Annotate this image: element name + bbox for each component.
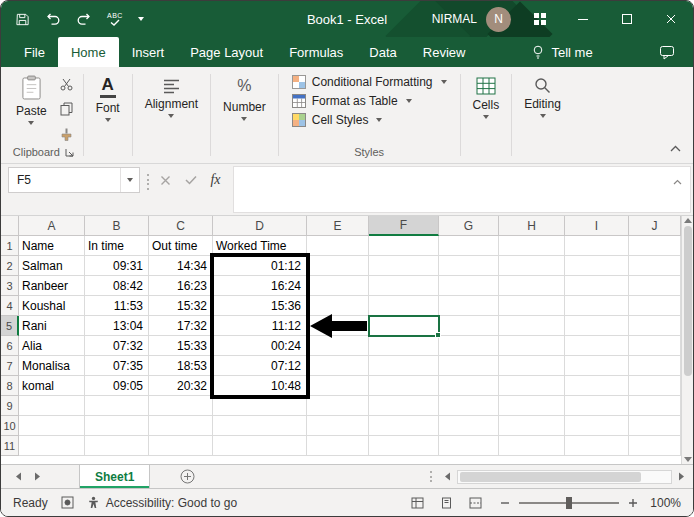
cell-I8[interactable] [565, 376, 629, 396]
cell-B5[interactable]: 13:04 [85, 316, 149, 336]
fill-handle[interactable] [435, 332, 441, 338]
enter-entry-button[interactable] [178, 168, 203, 192]
cell-J9[interactable] [629, 396, 681, 416]
cell-A7[interactable]: Monalisa [19, 356, 85, 376]
comments-button[interactable] [659, 37, 675, 67]
cell-G5[interactable] [439, 316, 499, 336]
cell-F2[interactable] [369, 256, 439, 276]
cell-E11[interactable] [307, 436, 369, 456]
macro-record-icon[interactable] [61, 496, 74, 509]
tab-formulas[interactable]: Formulas [276, 37, 356, 67]
cell-G7[interactable] [439, 356, 499, 376]
cell-I9[interactable] [565, 396, 629, 416]
cell-E9[interactable] [307, 396, 369, 416]
cell-H5[interactable] [499, 316, 565, 336]
avatar[interactable]: N [486, 7, 511, 32]
vertical-scrollbar-thumb[interactable] [684, 226, 692, 376]
tab-insert[interactable]: Insert [119, 37, 178, 67]
cell-A5[interactable]: Rani [19, 316, 85, 336]
cell-H4[interactable] [499, 296, 565, 316]
cell-I11[interactable] [565, 436, 629, 456]
tab-review[interactable]: Review [410, 37, 479, 67]
cell-A1[interactable]: Name [19, 236, 85, 256]
zoom-out-button[interactable] [500, 498, 510, 508]
paste-button[interactable]: Paste [7, 69, 56, 146]
row-header-2[interactable]: 2 [1, 256, 19, 276]
cell-G3[interactable] [439, 276, 499, 296]
cell-G6[interactable] [439, 336, 499, 356]
expand-formula-bar-button[interactable] [673, 174, 682, 188]
cell-C2[interactable]: 14:34 [149, 256, 213, 276]
undo-button[interactable] [45, 12, 61, 26]
accessibility-status[interactable]: Accessibility: Good to go [87, 496, 237, 510]
conditional-formatting-button[interactable]: Conditional Formatting [290, 74, 449, 90]
cell-B6[interactable]: 07:32 [85, 336, 149, 356]
ribbon-display-options-button[interactable] [533, 12, 547, 26]
row-header-10[interactable]: 10 [1, 416, 19, 436]
redo-button[interactable] [76, 12, 92, 26]
cell-A4[interactable]: Koushal [19, 296, 85, 316]
close-button[interactable] [649, 1, 693, 37]
new-sheet-button[interactable] [180, 465, 195, 488]
cell-D6[interactable]: 00:24 [213, 336, 307, 356]
cell-I10[interactable] [565, 416, 629, 436]
formula-input[interactable] [233, 166, 691, 213]
column-header-F[interactable]: F [369, 216, 439, 236]
cell-B8[interactable]: 09:05 [85, 376, 149, 396]
cell-C1[interactable]: Out time [149, 236, 213, 256]
cell-I5[interactable] [565, 316, 629, 336]
collapse-ribbon-button[interactable] [670, 138, 681, 156]
minimize-button[interactable] [561, 1, 605, 37]
cell-F3[interactable] [369, 276, 439, 296]
cell-C11[interactable] [149, 436, 213, 456]
name-box[interactable]: F5 [8, 167, 140, 193]
cell-E7[interactable] [307, 356, 369, 376]
cell-F10[interactable] [369, 416, 439, 436]
cell-F11[interactable] [369, 436, 439, 456]
cell-F9[interactable] [369, 396, 439, 416]
cell-B4[interactable]: 11:53 [85, 296, 149, 316]
cells-group-button[interactable]: Cells [464, 69, 509, 121]
cell-E8[interactable] [307, 376, 369, 396]
cell-F1[interactable] [369, 236, 439, 256]
cell-D10[interactable] [213, 416, 307, 436]
cell-I2[interactable] [565, 256, 629, 276]
scroll-left-button[interactable] [441, 472, 454, 481]
row-header-1[interactable]: 1 [1, 236, 19, 256]
column-header-B[interactable]: B [85, 216, 149, 236]
cell-J6[interactable] [629, 336, 681, 356]
cell-E3[interactable] [307, 276, 369, 296]
tab-page-layout[interactable]: Page Layout [177, 37, 276, 67]
cell-B3[interactable]: 08:42 [85, 276, 149, 296]
tab-data[interactable]: Data [356, 37, 409, 67]
cell-D4[interactable]: 15:36 [213, 296, 307, 316]
cell-D5[interactable]: 11:12 [213, 316, 307, 336]
cell-C4[interactable]: 15:32 [149, 296, 213, 316]
cell-C9[interactable] [149, 396, 213, 416]
row-header-3[interactable]: 3 [1, 276, 19, 296]
cell-J3[interactable] [629, 276, 681, 296]
cell-J4[interactable] [629, 296, 681, 316]
editing-group-button[interactable]: Editing [515, 69, 570, 120]
zoom-slider[interactable] [519, 502, 619, 504]
cell-B10[interactable] [85, 416, 149, 436]
cell-styles-button[interactable]: Cell Styles [290, 112, 449, 128]
cut-button[interactable] [60, 77, 73, 95]
cell-I7[interactable] [565, 356, 629, 376]
cell-A3[interactable]: Ranbeer [19, 276, 85, 296]
cell-A8[interactable]: komal [19, 376, 85, 396]
cell-B2[interactable]: 09:31 [85, 256, 149, 276]
cell-A6[interactable]: Alia [19, 336, 85, 356]
cell-A2[interactable]: Salman [19, 256, 85, 276]
cell-D7[interactable]: 07:12 [213, 356, 307, 376]
spellcheck-button[interactable]: ABC [107, 12, 123, 26]
row-header-6[interactable]: 6 [1, 336, 19, 356]
tab-home[interactable]: Home [58, 37, 119, 67]
cell-A9[interactable] [19, 396, 85, 416]
cell-D9[interactable] [213, 396, 307, 416]
user-name[interactable]: NIRMAL [432, 12, 477, 26]
save-button[interactable] [15, 12, 30, 27]
drag-handle-icon[interactable] [147, 174, 149, 190]
row-header-8[interactable]: 8 [1, 376, 19, 396]
column-header-G[interactable]: G [439, 216, 499, 236]
